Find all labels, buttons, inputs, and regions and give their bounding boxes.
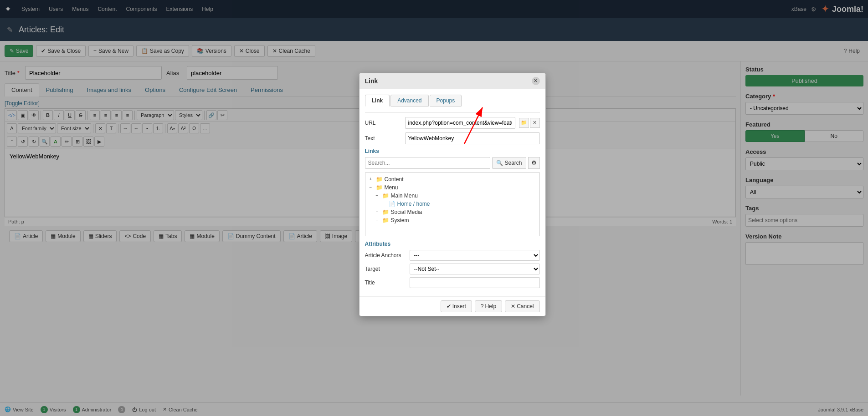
cancel-btn[interactable]: ✕ Cancel xyxy=(505,300,539,312)
tree-social-label: Social Media xyxy=(391,209,422,215)
tree-system-icon: 📁 xyxy=(382,217,389,223)
tree-mainmenu[interactable]: − 📁 Main Menu xyxy=(368,192,537,200)
url-clear-btn[interactable]: ✕ xyxy=(530,118,540,128)
cancel-label: Cancel xyxy=(517,303,534,309)
tree-menu-icon: 📁 xyxy=(376,184,383,191)
links-search-btn[interactable]: 🔍 Search xyxy=(492,157,526,169)
insert-icon: ✔ xyxy=(447,303,451,309)
modal-tabs: Link Advanced Popups xyxy=(365,95,540,107)
modal-help-label: Help xyxy=(485,303,496,309)
tree-expand-content: + xyxy=(368,177,374,182)
url-browse-btn[interactable]: 📁 xyxy=(519,118,529,128)
insert-label: Insert xyxy=(452,303,466,309)
url-label: URL xyxy=(365,120,401,126)
tree-home-label: Home / home xyxy=(397,201,430,207)
modal-help-icon: ? xyxy=(481,303,484,309)
modal-header: Link ✕ xyxy=(360,73,545,89)
modal-tab-popups[interactable]: Popups xyxy=(430,95,462,107)
tree-menu[interactable]: − 📁 Menu xyxy=(368,183,537,192)
text-label: Text xyxy=(365,135,401,142)
target-field: Target --Not Set-- xyxy=(365,264,540,274)
tree-social-icon: 📁 xyxy=(382,209,389,215)
title-attr-field: Title xyxy=(365,277,540,288)
tree-expand-mainmenu: − xyxy=(374,193,380,198)
links-title: Links xyxy=(365,148,540,154)
target-label: Target xyxy=(365,266,406,272)
attributes-title: Attributes xyxy=(365,241,540,247)
modal-close-btn[interactable]: ✕ xyxy=(532,77,540,85)
tree-home-icon: 📄 xyxy=(389,201,395,207)
title-attr-label: Title xyxy=(365,279,406,286)
search-icon: 🔍 xyxy=(496,160,503,166)
tree-system-label: System xyxy=(391,217,409,223)
title-attr-input[interactable] xyxy=(410,277,540,288)
modal-tabs-container: Link Advanced Popups xyxy=(365,95,540,112)
text-input[interactable] xyxy=(405,132,540,144)
links-gear-btn[interactable]: ⚙ xyxy=(528,157,540,169)
modal-title: Link xyxy=(365,77,378,85)
links-search-input[interactable] xyxy=(365,157,491,169)
tree-content-label: Content xyxy=(385,176,404,183)
anchors-field: Article Anchors --- xyxy=(365,250,540,261)
cancel-icon: ✕ xyxy=(511,303,515,309)
tree-mainmenu-label: Main Menu xyxy=(391,193,418,199)
insert-btn[interactable]: ✔ Insert xyxy=(441,300,472,312)
anchors-label: Article Anchors xyxy=(365,252,406,259)
tree-expand-system: + xyxy=(374,218,380,223)
links-search-row: 🔍 Search ⚙ xyxy=(365,157,540,169)
modal-tab-advanced[interactable]: Advanced xyxy=(390,95,428,107)
target-select[interactable]: --Not Set-- xyxy=(410,264,540,274)
url-field-row: URL 📁 ✕ xyxy=(365,117,540,129)
tree-menu-label: Menu xyxy=(385,184,398,191)
search-label: Search xyxy=(504,160,522,166)
link-modal: Link ✕ Link Advanced Popups URL 📁 ✕ xyxy=(359,73,546,316)
modal-overlay[interactable]: Link ✕ Link Advanced Popups URL 📁 ✕ xyxy=(0,0,868,416)
modal-tab-link[interactable]: Link xyxy=(365,95,390,107)
modal-body: Link Advanced Popups URL 📁 ✕ Text xyxy=(360,89,545,296)
url-icons: 📁 ✕ xyxy=(519,118,540,128)
text-field-row: Text xyxy=(365,132,540,144)
tree-home[interactable]: 📄 Home / home xyxy=(368,200,537,208)
tree-mainmenu-icon: 📁 xyxy=(382,193,389,199)
tree-socialmedia[interactable]: + 📁 Social Media xyxy=(368,208,537,216)
links-tree[interactable]: + 📁 Content − 📁 Menu − 📁 Main Menu 📄 xyxy=(365,172,540,236)
tree-content-icon: 📁 xyxy=(376,176,383,183)
modal-footer: ✔ Insert ? Help ✕ Cancel xyxy=(360,296,545,316)
anchors-select[interactable]: --- xyxy=(410,250,540,261)
tree-expand-social: + xyxy=(374,209,380,214)
tree-content[interactable]: + 📁 Content xyxy=(368,175,537,183)
url-input[interactable] xyxy=(405,117,515,129)
tree-expand-menu: − xyxy=(368,185,374,190)
tree-system[interactable]: + 📁 System xyxy=(368,216,537,224)
modal-help-btn[interactable]: ? Help xyxy=(475,300,502,312)
